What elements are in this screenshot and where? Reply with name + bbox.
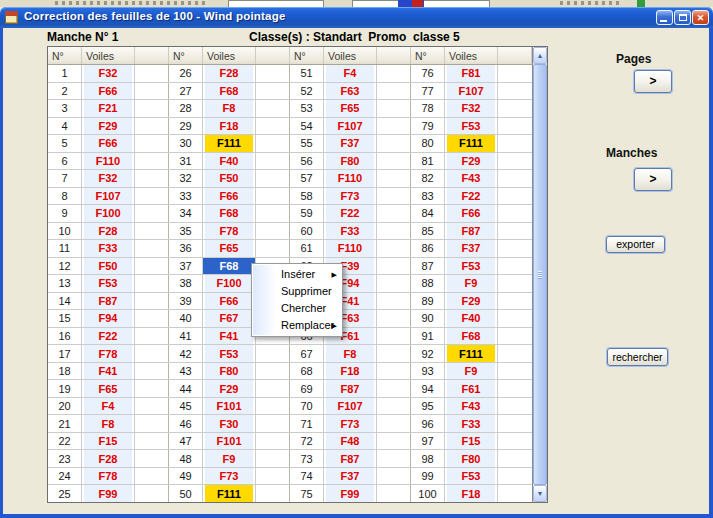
sail-cell[interactable]: F66 (203, 293, 256, 310)
sail-cell[interactable]: F110 (324, 170, 377, 187)
sail-cell[interactable]: F107 (324, 398, 377, 415)
sail-cell[interactable]: F18 (445, 485, 498, 502)
sail-cell[interactable]: F99 (324, 485, 377, 502)
sail-cell[interactable]: F37 (445, 240, 498, 257)
sail-cell[interactable]: F111 (203, 135, 256, 152)
maximize-button[interactable] (674, 10, 691, 25)
sail-cell[interactable]: F28 (203, 65, 256, 82)
close-button[interactable]: ✕ (692, 10, 709, 25)
sail-cell[interactable]: F32 (82, 65, 135, 82)
context-menu-item[interactable]: Chercher (252, 300, 342, 317)
scroll-up-button[interactable]: ▲ (533, 47, 547, 64)
sail-cell[interactable]: F100 (82, 205, 135, 222)
sail-cell[interactable]: F9 (445, 363, 498, 380)
vertical-scrollbar[interactable]: ▲ ▼ (532, 47, 547, 502)
sail-cell[interactable]: F22 (324, 205, 377, 222)
sail-cell[interactable]: F43 (445, 398, 498, 415)
exporter-button[interactable]: exporter (606, 236, 665, 253)
sail-cell[interactable]: F68 (203, 83, 256, 100)
sail-cell[interactable]: F111 (445, 345, 498, 362)
scroll-down-button[interactable]: ▼ (533, 485, 547, 502)
sail-cell[interactable]: F65 (324, 100, 377, 117)
sail-cell[interactable]: F48 (324, 433, 377, 450)
sail-cell[interactable]: F50 (203, 170, 256, 187)
sail-cell[interactable]: F8 (203, 100, 256, 117)
sail-cell[interactable]: F61 (445, 380, 498, 397)
sail-cell[interactable]: F40 (203, 153, 256, 170)
sail-cell[interactable]: F40 (445, 310, 498, 327)
sail-cell[interactable]: F87 (82, 293, 135, 310)
sail-cell[interactable]: F87 (324, 450, 377, 467)
sail-cell[interactable]: F53 (445, 258, 498, 275)
sail-cell[interactable]: F15 (82, 433, 135, 450)
sail-cell[interactable]: F30 (203, 415, 256, 432)
sail-cell[interactable]: F101 (203, 433, 256, 450)
sail-cell[interactable]: F80 (445, 450, 498, 467)
sail-cell[interactable]: F50 (82, 258, 135, 275)
context-menu-item[interactable]: Supprimer (252, 283, 342, 300)
sail-cell[interactable]: F63 (324, 83, 377, 100)
sail-cell[interactable]: F33 (82, 240, 135, 257)
manches-next-button[interactable]: > (634, 168, 672, 191)
sail-cell[interactable]: F73 (324, 188, 377, 205)
sail-cell[interactable]: F29 (445, 153, 498, 170)
sail-cell[interactable]: F110 (82, 153, 135, 170)
sail-cell[interactable]: F66 (82, 83, 135, 100)
sail-cell[interactable]: F53 (203, 345, 256, 362)
sail-cell[interactable]: F65 (203, 240, 256, 257)
sail-cell[interactable]: F87 (324, 380, 377, 397)
sail-cell[interactable]: F9 (445, 275, 498, 292)
sail-cell[interactable]: F67 (203, 310, 256, 327)
sail-cell[interactable]: F68 (203, 205, 256, 222)
sail-cell[interactable]: F9 (203, 450, 256, 467)
sail-cell[interactable]: F41 (82, 363, 135, 380)
sail-cell[interactable]: F8 (324, 345, 377, 362)
sail-cell[interactable]: F94 (82, 310, 135, 327)
sail-cell[interactable]: F78 (82, 345, 135, 362)
sail-cell[interactable]: F43 (445, 170, 498, 187)
sail-cell[interactable]: F87 (445, 223, 498, 240)
rechercher-button[interactable]: rechercher (607, 348, 668, 366)
sail-cell[interactable]: F37 (324, 135, 377, 152)
sail-cell[interactable]: F78 (203, 223, 256, 240)
sail-cell[interactable]: F28 (82, 223, 135, 240)
sail-cell[interactable]: F33 (445, 415, 498, 432)
sail-cell[interactable]: F29 (445, 293, 498, 310)
sail-cell[interactable]: F80 (324, 153, 377, 170)
sail-cell[interactable]: F65 (82, 380, 135, 397)
sail-cell[interactable]: F32 (445, 100, 498, 117)
sail-cell[interactable]: F68 (445, 328, 498, 345)
sail-cell[interactable]: F53 (445, 468, 498, 485)
context-menu-item[interactable]: Remplacer▶ (252, 317, 342, 334)
sail-cell[interactable]: F107 (82, 188, 135, 205)
sail-cell[interactable]: F99 (82, 485, 135, 502)
sail-cell[interactable]: F29 (82, 118, 135, 135)
sail-cell[interactable]: F8 (82, 415, 135, 432)
sail-cell[interactable]: F107 (445, 83, 498, 100)
sail-cell[interactable]: F68 (203, 258, 256, 275)
sail-cell[interactable]: F78 (82, 468, 135, 485)
sail-cell[interactable]: F66 (82, 135, 135, 152)
sail-cell[interactable]: F101 (203, 398, 256, 415)
pages-next-button[interactable]: > (634, 70, 672, 93)
sail-cell[interactable]: F22 (82, 328, 135, 345)
sail-cell[interactable]: F33 (324, 223, 377, 240)
sail-cell[interactable]: F32 (82, 170, 135, 187)
sail-cell[interactable]: F66 (203, 188, 256, 205)
sail-cell[interactable]: F21 (82, 100, 135, 117)
sail-cell[interactable]: F80 (203, 363, 256, 380)
sail-cell[interactable]: F100 (203, 275, 256, 292)
sail-cell[interactable]: F41 (203, 328, 256, 345)
sail-cell[interactable]: F18 (203, 118, 256, 135)
sail-cell[interactable]: F53 (82, 275, 135, 292)
sail-cell[interactable]: F4 (324, 65, 377, 82)
title-bar[interactable]: Correction des feuilles de 100 - Wind po… (0, 7, 713, 28)
sail-cell[interactable]: F15 (445, 433, 498, 450)
sail-cell[interactable]: F22 (445, 188, 498, 205)
sail-cell[interactable]: F73 (324, 415, 377, 432)
sail-cell[interactable]: F81 (445, 65, 498, 82)
sail-cell[interactable]: F111 (445, 135, 498, 152)
sail-cell[interactable]: F29 (203, 380, 256, 397)
scrollbar-thumb[interactable] (533, 64, 547, 485)
sail-cell[interactable]: F73 (203, 468, 256, 485)
